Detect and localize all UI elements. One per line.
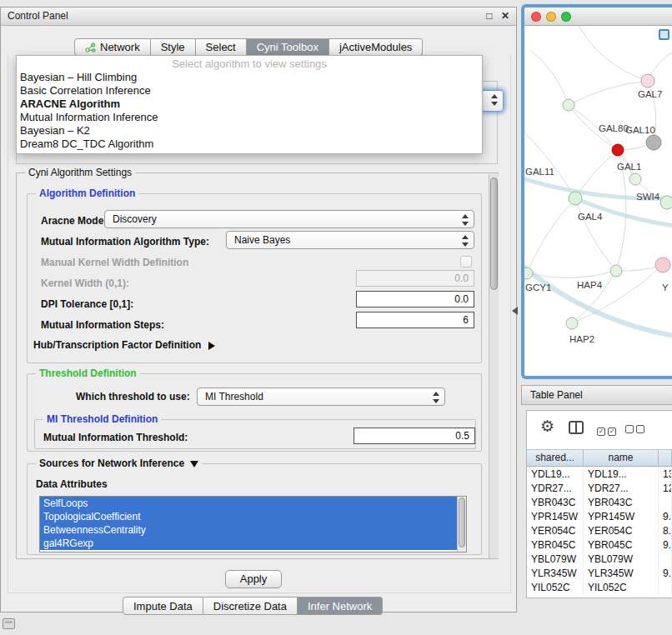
settings-scrollbar[interactable] bbox=[489, 174, 499, 558]
mi-algorithm-type-select[interactable]: Naive Bayes bbox=[226, 231, 474, 249]
collapse-arrow-icon[interactable] bbox=[190, 461, 198, 468]
network-node[interactable] bbox=[569, 192, 582, 205]
scrollbar-thumb[interactable] bbox=[490, 178, 498, 290]
algorithm-option[interactable]: ARACNE Algorithm bbox=[17, 98, 482, 111]
tab-style[interactable]: Style bbox=[151, 38, 196, 56]
control-panel-tabs: NetworkStyleSelectCyni ToolboxjActiveMod… bbox=[74, 38, 423, 56]
hub-definition-label: Hub/Transcription Factor Definition bbox=[33, 339, 201, 351]
network-node[interactable] bbox=[646, 135, 661, 150]
table-row[interactable]: YDR27...YDR27...12 bbox=[527, 482, 672, 496]
cyni-algorithm-settings-group: Cyni Algorithm Settings Algorithm Defini… bbox=[16, 172, 499, 559]
dpi-tolerance-field[interactable]: 0.0 bbox=[356, 291, 474, 308]
network-window-titlebar[interactable] bbox=[524, 8, 672, 26]
data-attributes-list[interactable]: SelfLoopsTopologicalCoefficientBetweenne… bbox=[39, 496, 467, 552]
apply-button[interactable]: Apply bbox=[225, 570, 282, 588]
network-edge[interactable] bbox=[569, 81, 648, 105]
table-cell bbox=[659, 581, 672, 595]
table-row[interactable]: YER054CYER054C8. bbox=[527, 524, 672, 538]
table-cell: 8. bbox=[659, 524, 672, 538]
column-header[interactable]: name bbox=[584, 450, 659, 466]
table-panel: ⚙ ✓✓ shared...name YDL19...YDL19...13YDR… bbox=[526, 410, 672, 598]
algorithm-option[interactable]: Basic Correlation Inference bbox=[17, 84, 482, 98]
table-row[interactable]: YBL079WYBL079W bbox=[527, 552, 672, 567]
algorithm-option[interactable]: Bayesian – Hill Climbing bbox=[17, 71, 482, 84]
tab-impute-data[interactable]: Impute Data bbox=[123, 597, 203, 615]
table-row[interactable]: YDL19...YDL19...13 bbox=[527, 468, 672, 482]
table-row[interactable]: YBR043CYBR043C bbox=[527, 496, 672, 510]
network-node[interactable] bbox=[610, 265, 622, 277]
tab-discretize-data[interactable]: Discretize Data bbox=[203, 597, 298, 615]
table-cell: YBR043C bbox=[527, 496, 584, 510]
manual-kernel-checkbox[interactable] bbox=[460, 256, 472, 268]
minimize-traffic-button[interactable] bbox=[546, 12, 556, 22]
threshold-select[interactable]: MI Threshold bbox=[197, 388, 445, 406]
tab-select[interactable]: Select bbox=[196, 38, 247, 56]
algorithm-option[interactable]: Bayesian – K2 bbox=[17, 124, 482, 138]
panel-dock-icon[interactable] bbox=[3, 618, 15, 629]
algorithm-combobox[interactable] bbox=[480, 90, 504, 112]
column-header[interactable] bbox=[659, 450, 672, 466]
tab-infer-network[interactable]: Infer Network bbox=[298, 597, 383, 615]
network-node[interactable] bbox=[641, 74, 654, 88]
sources-toggle[interactable]: Sources for Network Inference bbox=[36, 458, 202, 469]
list-scrollbar[interactable] bbox=[457, 497, 466, 552]
expand-arrow-icon[interactable] bbox=[208, 342, 215, 350]
zoom-traffic-button[interactable] bbox=[561, 12, 571, 22]
deselect-all-icon[interactable] bbox=[625, 424, 647, 436]
birdseye-toggle-icon[interactable] bbox=[659, 29, 669, 40]
network-node[interactable] bbox=[524, 268, 533, 279]
network-view-content: GAL7GAL80GAL10GAL11GAL1SWI4GAL4GCY1HAP4Y… bbox=[524, 26, 672, 376]
tab-jactivemodules[interactable]: jActiveModules bbox=[329, 38, 423, 56]
control-panel-titlebar[interactable]: Control Panel □ ✕ bbox=[1, 8, 516, 26]
network-edge[interactable] bbox=[524, 263, 672, 336]
network-node[interactable] bbox=[660, 196, 672, 209]
attribute-item[interactable]: TopologicalCoefficient bbox=[40, 510, 457, 523]
mi-threshold-field[interactable]: 0.5 bbox=[354, 428, 475, 444]
tab-network[interactable]: Network bbox=[74, 38, 151, 56]
float-window-icon[interactable]: □ bbox=[486, 10, 492, 22]
hub-definition-toggle[interactable]: Hub/Transcription Factor Definition bbox=[33, 338, 215, 352]
select-all-icon[interactable]: ✓✓ bbox=[597, 424, 619, 436]
network-edge[interactable] bbox=[574, 26, 648, 81]
table-panel-titlebar[interactable]: Table Panel bbox=[521, 385, 672, 405]
attribute-item[interactable]: BetweennessCentrality bbox=[40, 523, 457, 537]
network-node[interactable] bbox=[612, 144, 624, 156]
table-row[interactable]: YPR145WYPR145W9. bbox=[527, 510, 672, 524]
network-edge[interactable] bbox=[527, 198, 575, 273]
network-edge[interactable] bbox=[531, 51, 569, 105]
table-row[interactable]: YBR045CYBR045C9. bbox=[527, 538, 672, 552]
network-node[interactable] bbox=[563, 99, 574, 111]
table-row[interactable]: YLR345WYLR345W9. bbox=[527, 567, 672, 581]
algorithm-option[interactable]: Dream8 DC_TDC Algorithm bbox=[17, 138, 482, 151]
table-cell: YPR145W bbox=[527, 510, 584, 524]
attribute-item[interactable]: gal4RGexp bbox=[40, 537, 457, 550]
column-header[interactable]: shared... bbox=[527, 450, 584, 466]
close-traffic-button[interactable] bbox=[531, 12, 541, 22]
aracne-mode-select[interactable]: Discovery bbox=[104, 210, 474, 228]
column-manager-icon[interactable] bbox=[569, 421, 584, 434]
tab-label: Select bbox=[206, 41, 236, 53]
attribute-item[interactable]: SelfLoops bbox=[40, 497, 457, 510]
mi-threshold-label: Mutual Information Threshold: bbox=[43, 431, 188, 444]
bottom-tabs: Impute DataDiscretize DataInfer Network bbox=[123, 597, 383, 615]
network-node[interactable] bbox=[629, 173, 641, 185]
close-icon[interactable]: ✕ bbox=[501, 10, 509, 22]
algorithm-definition-title: Algorithm Definition bbox=[36, 188, 138, 199]
network-node[interactable] bbox=[566, 318, 578, 329]
network-node[interactable] bbox=[655, 258, 670, 272]
kernel-width-field[interactable]: 0.0 bbox=[356, 270, 474, 287]
network-canvas[interactable]: GAL7GAL80GAL10GAL11GAL1SWI4GAL4GCY1HAP4Y… bbox=[524, 26, 672, 376]
algorithm-option[interactable]: Mutual Information Inference bbox=[17, 111, 482, 124]
node-label: HAP2 bbox=[569, 334, 594, 344]
node-label: SWI4 bbox=[636, 192, 660, 202]
table-cell: YDR27... bbox=[527, 482, 584, 496]
tab-cyni-toolbox[interactable]: Cyni Toolbox bbox=[247, 38, 329, 56]
table-row[interactable]: YIL052CYIL052C bbox=[527, 581, 672, 595]
gear-icon[interactable]: ⚙ bbox=[540, 418, 554, 436]
table-cell bbox=[659, 552, 672, 567]
mi-steps-field[interactable]: 6 bbox=[356, 312, 474, 328]
mi-steps-label: Mutual Information Steps: bbox=[41, 318, 164, 332]
scrollbar-thumb[interactable] bbox=[459, 498, 465, 548]
sources-group: Sources for Network Inference Data Attri… bbox=[27, 463, 482, 555]
split-pane-collapse-icon[interactable] bbox=[512, 307, 518, 315]
